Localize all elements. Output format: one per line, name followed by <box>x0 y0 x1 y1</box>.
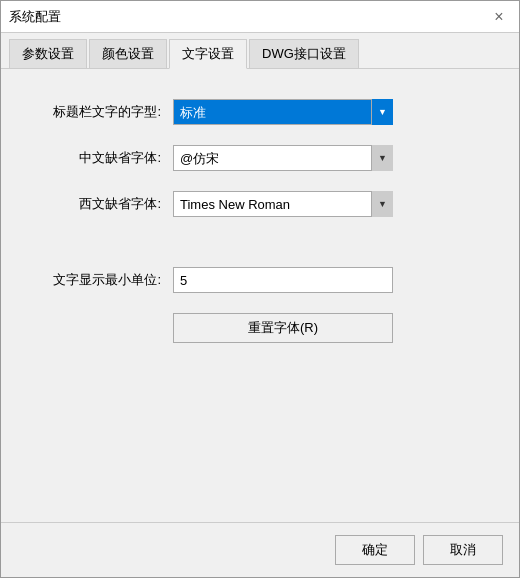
title-font-control: 标准 <box>173 99 479 125</box>
close-button[interactable]: × <box>487 5 511 29</box>
western-font-label: 西文缺省字体: <box>41 195 161 213</box>
title-font-select-wrapper: 标准 <box>173 99 393 125</box>
tab-bar: 参数设置 颜色设置 文字设置 DWG接口设置 <box>1 33 519 69</box>
chinese-font-select[interactable]: @仿宋 <box>173 145 393 171</box>
tab-text[interactable]: 文字设置 <box>169 39 247 69</box>
tab-content: 标题栏文字的字型: 标准 中文缺省字体: @仿宋 <box>1 69 519 522</box>
dialog: 系统配置 × 参数设置 颜色设置 文字设置 DWG接口设置 标题栏文字的字型: … <box>0 0 520 578</box>
dialog-title: 系统配置 <box>9 8 61 26</box>
confirm-button[interactable]: 确定 <box>335 535 415 565</box>
chinese-font-row: 中文缺省字体: @仿宋 <box>41 145 479 171</box>
min-unit-input[interactable] <box>173 267 393 293</box>
min-unit-control <box>173 267 479 293</box>
western-font-control: Times New Roman <box>173 191 479 217</box>
tab-colors[interactable]: 颜色设置 <box>89 39 167 68</box>
title-font-row: 标题栏文字的字型: 标准 <box>41 99 479 125</box>
cancel-button[interactable]: 取消 <box>423 535 503 565</box>
chinese-font-label: 中文缺省字体: <box>41 149 161 167</box>
min-unit-row: 文字显示最小单位: <box>41 267 479 293</box>
title-font-label: 标题栏文字的字型: <box>41 103 161 121</box>
footer: 确定 取消 <box>1 522 519 577</box>
chinese-font-control: @仿宋 <box>173 145 479 171</box>
western-font-row: 西文缺省字体: Times New Roman <box>41 191 479 217</box>
western-font-select[interactable]: Times New Roman <box>173 191 393 217</box>
tab-params[interactable]: 参数设置 <box>9 39 87 68</box>
reset-row: 重置字体(R) <box>41 313 479 343</box>
reset-font-button[interactable]: 重置字体(R) <box>173 313 393 343</box>
title-bar: 系统配置 × <box>1 1 519 33</box>
title-font-select[interactable]: 标准 <box>173 99 393 125</box>
min-unit-label: 文字显示最小单位: <box>41 271 161 289</box>
chinese-font-select-wrapper: @仿宋 <box>173 145 393 171</box>
tab-dwg[interactable]: DWG接口设置 <box>249 39 359 68</box>
western-font-select-wrapper: Times New Roman <box>173 191 393 217</box>
